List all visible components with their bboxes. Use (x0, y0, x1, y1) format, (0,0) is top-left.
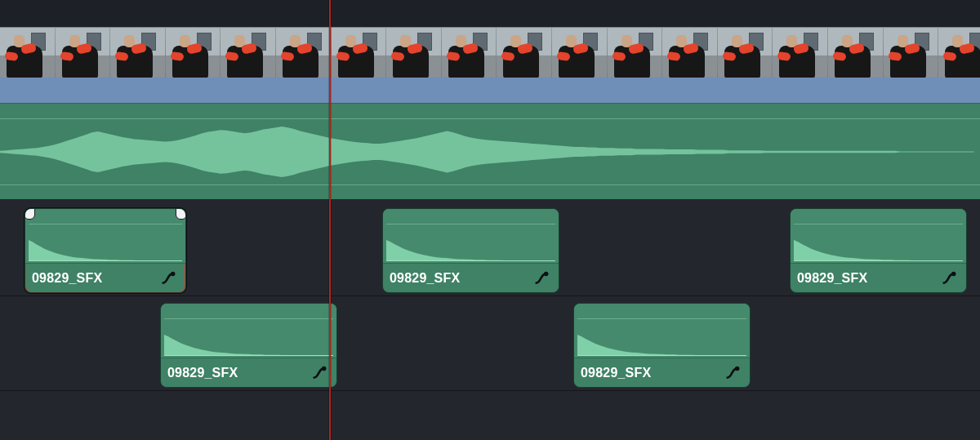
audio-clip-sfx[interactable]: 09829_SFX (573, 303, 751, 388)
audio-level-line (0, 184, 980, 185)
audio-curve-icon[interactable] (725, 364, 743, 382)
clip-trim-handle-left[interactable] (24, 208, 35, 220)
video-thumbnail (332, 28, 387, 78)
clip-label: 09829_SFX (390, 271, 460, 286)
video-thumbnail (828, 28, 884, 78)
video-thumbnail (110, 28, 166, 78)
audio-clip-sfx[interactable]: 09829_SFX (24, 208, 186, 293)
clip-waveform (794, 240, 963, 261)
clip-level-line (164, 318, 333, 319)
clip-label: 09829_SFX (32, 271, 102, 286)
svg-point-1 (171, 272, 176, 277)
svg-point-9 (735, 367, 740, 371)
video-thumbnail (608, 28, 663, 78)
clip-trim-handle-right[interactable] (176, 208, 186, 220)
video-thumbnail (386, 28, 442, 78)
clip-waveform (164, 335, 333, 356)
svg-point-3 (544, 272, 549, 277)
video-thumbnail (56, 28, 111, 78)
timeline[interactable]: 09829_SFX09829_SFX09829_SFX09829_SFX0982… (0, 0, 980, 440)
video-thumbnail (442, 28, 497, 78)
video-thumbnail (662, 28, 718, 78)
svg-point-7 (322, 367, 327, 371)
svg-point-5 (951, 272, 956, 277)
audio-clip-sfx[interactable]: 09829_SFX (382, 208, 559, 293)
waveform-main (0, 127, 980, 177)
video-track[interactable] (0, 27, 980, 79)
video-thumbnail (220, 28, 276, 78)
clip-waveform-area (791, 209, 966, 264)
clip-level-line (29, 224, 182, 224)
audio-clip-sfx[interactable]: 09829_SFX (790, 208, 967, 293)
video-clip-bar[interactable] (0, 78, 980, 104)
clip-waveform (29, 240, 182, 261)
video-thumbnail (773, 28, 828, 78)
track-divider (0, 390, 980, 391)
video-thumbnail (0, 28, 56, 78)
clip-level-line (577, 318, 746, 319)
clip-level-line (794, 224, 963, 224)
video-thumbnail (552, 28, 608, 78)
video-thumbnail (497, 28, 552, 78)
video-thumbnail (276, 28, 332, 78)
clip-label: 09829_SFX (167, 366, 238, 380)
clip-waveform-area (383, 209, 559, 264)
audio-tracks-area[interactable]: 09829_SFX09829_SFX09829_SFX09829_SFX0982… (0, 199, 980, 440)
timecode-ruler[interactable] (0, 0, 980, 28)
video-thumbnail (166, 28, 221, 78)
audio-clip-sfx[interactable]: 09829_SFX (160, 303, 337, 388)
audio-track-main[interactable] (0, 103, 980, 201)
clip-label: 09829_SFX (581, 366, 651, 380)
audio-level-line (0, 118, 980, 119)
clip-waveform-area (161, 304, 336, 358)
clip-waveform-area (574, 304, 750, 358)
clip-waveform-area (25, 209, 185, 264)
track-divider (0, 296, 980, 296)
video-thumbnail (884, 28, 939, 78)
video-thumbnail (718, 28, 773, 78)
audio-curve-icon[interactable] (161, 269, 179, 287)
audio-curve-icon[interactable] (942, 269, 960, 287)
video-thumbnail (938, 28, 980, 78)
clip-label: 09829_SFX (797, 271, 867, 286)
audio-curve-icon[interactable] (312, 364, 330, 382)
clip-waveform (386, 240, 555, 261)
clip-level-line (386, 224, 555, 224)
audio-curve-icon[interactable] (534, 269, 552, 287)
clip-waveform (577, 335, 746, 356)
